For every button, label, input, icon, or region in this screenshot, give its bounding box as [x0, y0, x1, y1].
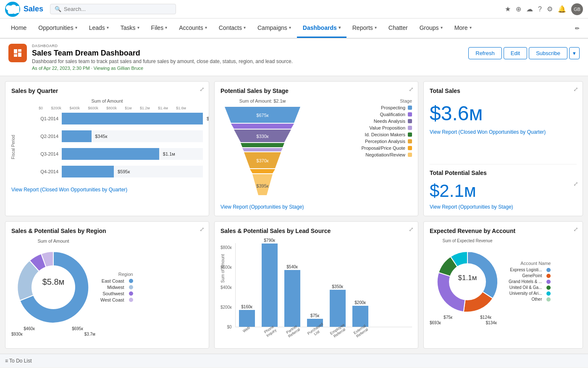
favorites-icon[interactable]: ★: [505, 5, 511, 13]
donut-subtitle: Sum of Amount: [11, 238, 95, 244]
grouped-bar-chart: $800к$600к$400к$200к$0 Sum of Amount $16…: [220, 238, 412, 342]
svg-marker-6: [242, 148, 283, 151]
dashboard-info: Dashboard Sales Team Dream Dashboard Das…: [32, 44, 293, 71]
bar-group: $200к: [352, 300, 368, 327]
dashboard-header-left: Dashboard Sales Team Dream Dashboard Das…: [8, 44, 293, 71]
view-report-link[interactable]: View Report (Closed Won Opportunities by…: [11, 187, 203, 193]
legend-item: University of Ari...: [509, 291, 551, 296]
bar-group: $160к: [239, 304, 255, 327]
sidebar-item-opportunities[interactable]: Opportunities ▾: [32, 19, 83, 38]
legend-item: Midwest: [100, 285, 133, 290]
sidebar-item-tasks[interactable]: Tasks ▾: [115, 19, 145, 38]
nav-bar: Home Opportunities ▾ Leads ▾ Tasks ▾ Fil…: [0, 19, 588, 39]
settings-icon[interactable]: ⚙: [547, 5, 553, 13]
bars-container: $160к $790к $540к $75к: [235, 243, 412, 327]
donut-chart: Sum of Amount $5.8м: [11, 238, 95, 336]
dashboard-actions: Refresh Edit Subscribe ▾: [468, 47, 580, 59]
svg-marker-9: [250, 169, 275, 173]
notifications-icon[interactable]: 🔔: [558, 5, 566, 13]
cloud-icon[interactable]: ☁: [526, 5, 533, 13]
chevron-down-icon: ▾: [107, 25, 109, 30]
expand-icon[interactable]: ⤢: [573, 226, 578, 233]
card-title: Potential Sales by Stage: [220, 87, 412, 94]
bar: [262, 244, 278, 327]
todo-list-label[interactable]: ≡ To Do List: [5, 358, 32, 364]
svg-text:$370к: $370к: [256, 158, 268, 163]
help-icon[interactable]: ?: [538, 5, 542, 13]
view-report-link[interactable]: View Report (Closed Won Opportunities by…: [430, 129, 577, 135]
dashboard-header: Dashboard Sales Team Dream Dashboard Das…: [0, 39, 588, 76]
legend-label: Negotiation/Review: [365, 152, 405, 157]
legend-item: Negotiation/Review: [311, 152, 412, 157]
legend-item: GenePoint: [509, 273, 551, 278]
chevron-down-icon: ▾: [137, 25, 139, 30]
sidebar-item-home[interactable]: Home: [5, 19, 32, 38]
avatar[interactable]: GB: [571, 3, 583, 15]
legend-item: Express Logisti...: [509, 267, 551, 272]
expand-icon[interactable]: ⤢: [573, 86, 578, 93]
axis-title: Sum of Amount: [11, 98, 203, 103]
subscribe-button[interactable]: Subscribe: [529, 47, 567, 59]
legend-label: Midwest: [107, 285, 124, 290]
sidebar-item-more[interactable]: More ▾: [449, 19, 478, 38]
y-axis-label: Fiscal Period: [11, 135, 16, 159]
bottom-bar[interactable]: ≡ To Do List: [0, 354, 588, 367]
sidebar-item-leads[interactable]: Leads ▾: [83, 19, 115, 38]
bar-axis-labels: $0$200k$400k$600k$800k$1м$1.2м$1.4м$1.6м: [39, 106, 203, 110]
search-icon: 🔍: [55, 6, 61, 12]
expand-icon[interactable]: ⤢: [409, 226, 414, 233]
card-title: Total Sales: [430, 87, 577, 94]
search-bar[interactable]: 🔍: [50, 4, 176, 14]
edit-button[interactable]: Edit: [504, 47, 527, 59]
view-report-link[interactable]: View Report (Opportunities by Stage): [430, 204, 577, 210]
sidebar-item-reports[interactable]: Reports ▾: [346, 19, 383, 38]
actions-dropdown-button[interactable]: ▾: [569, 47, 580, 59]
total-sales-value: $3.6м: [430, 103, 577, 125]
funnel-subtitle: Sum of Amount: $2.1м: [220, 98, 304, 103]
expand-icon[interactable]: ⤢: [200, 226, 205, 233]
svg-marker-2: [231, 124, 294, 129]
sidebar-item-accounts[interactable]: Accounts ▾: [173, 19, 213, 38]
top-right-icons: ★ ⊕ ☁ ? ⚙ 🔔 GB: [505, 3, 583, 15]
bar-group: $350к: [330, 284, 346, 327]
sidebar-item-dashboards[interactable]: Dashboards ▾: [297, 19, 346, 38]
edit-icon[interactable]: ✏: [572, 19, 583, 38]
chevron-down-icon: ▾: [441, 25, 443, 30]
sidebar-item-campaigns[interactable]: Campaigns ▾: [252, 19, 297, 38]
legend-item: East Coast: [100, 278, 133, 283]
er-chart-wrap: Sum of Expected Revenue $1.1м $75к$124к …: [430, 238, 577, 325]
expand-icon[interactable]: ⤢: [573, 180, 578, 187]
card-sales-by-lead-source: Sales & Potential Sales by Lead Source ⤢…: [214, 221, 418, 349]
expand-icon[interactable]: ⤢: [409, 86, 414, 93]
legend-item: Other: [509, 297, 551, 302]
chevron-down-icon: ▾: [339, 25, 341, 30]
chevron-down-icon: ▾: [375, 25, 377, 30]
legend-label: Needs Analysis: [374, 119, 405, 124]
legend-label: West Coast: [100, 297, 124, 302]
legend-label: Southwest: [102, 291, 124, 296]
bar: [352, 306, 368, 327]
legend-title: Account Name: [509, 261, 551, 266]
search-input[interactable]: [64, 6, 171, 12]
bar-row: Q3-2014 $1.1м: [39, 148, 203, 160]
legend-item: Qualification: [311, 112, 412, 117]
legend-label: Id. Decision Makers: [365, 132, 405, 137]
expand-icon[interactable]: ⤢: [200, 86, 205, 93]
donut-chart-wrap: Sum of Amount $5.8м: [11, 238, 203, 336]
sidebar-item-chatter[interactable]: Chatter: [383, 19, 414, 38]
sidebar-item-contacts[interactable]: Contacts ▾: [213, 19, 252, 38]
legend-item: Southwest: [100, 291, 133, 296]
svg-point-12: [32, 265, 75, 309]
legend-label: Perception Analysis: [365, 139, 405, 144]
chevron-down-icon: ▾: [289, 25, 291, 30]
refresh-button[interactable]: Refresh: [468, 47, 502, 59]
view-report-link[interactable]: View Report (Opportunities by Stage): [220, 204, 412, 210]
add-icon[interactable]: ⊕: [516, 5, 521, 13]
sidebar-item-files[interactable]: Files ▾: [145, 19, 173, 38]
er-donut: Sum of Expected Revenue $1.1м $75к$124к …: [430, 238, 505, 325]
chevron-down-icon: ▾: [244, 25, 246, 30]
bar-row: Q1-2014 $1.6м: [39, 113, 203, 124]
sidebar-item-groups[interactable]: Groups ▾: [414, 19, 449, 38]
chevron-down-icon: ▾: [75, 25, 77, 30]
top-bar: Sales 🔍 ★ ⊕ ☁ ? ⚙ 🔔 GB: [0, 0, 588, 19]
